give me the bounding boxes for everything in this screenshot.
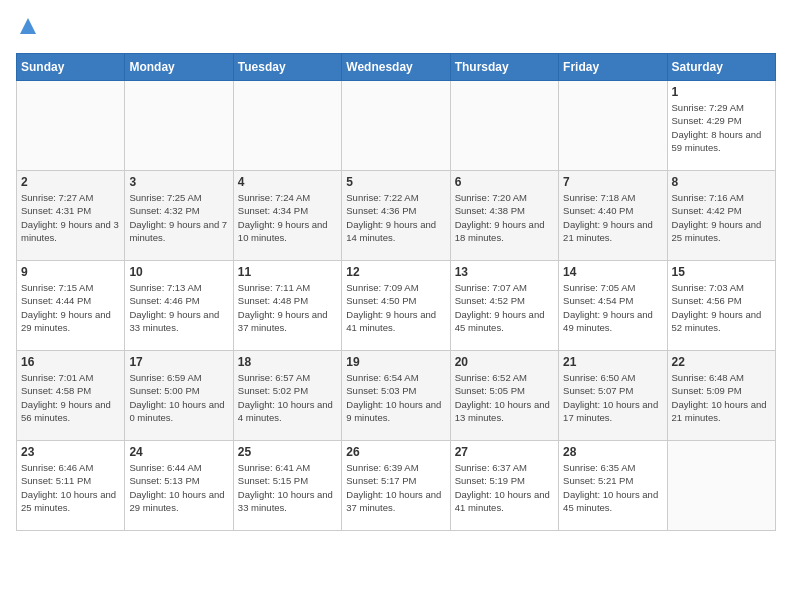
day-info: Sunrise: 7:05 AM Sunset: 4:54 PM Dayligh… <box>563 281 662 334</box>
calendar-cell: 22Sunrise: 6:48 AM Sunset: 5:09 PM Dayli… <box>667 351 775 441</box>
calendar-cell: 14Sunrise: 7:05 AM Sunset: 4:54 PM Dayli… <box>559 261 667 351</box>
header <box>16 16 776 41</box>
calendar-cell: 13Sunrise: 7:07 AM Sunset: 4:52 PM Dayli… <box>450 261 558 351</box>
day-info: Sunrise: 7:20 AM Sunset: 4:38 PM Dayligh… <box>455 191 554 244</box>
calendar-cell: 15Sunrise: 7:03 AM Sunset: 4:56 PM Dayli… <box>667 261 775 351</box>
day-info: Sunrise: 7:22 AM Sunset: 4:36 PM Dayligh… <box>346 191 445 244</box>
day-info: Sunrise: 6:52 AM Sunset: 5:05 PM Dayligh… <box>455 371 554 424</box>
weekday-header-saturday: Saturday <box>667 54 775 81</box>
calendar-cell: 9Sunrise: 7:15 AM Sunset: 4:44 PM Daylig… <box>17 261 125 351</box>
calendar-cell: 25Sunrise: 6:41 AM Sunset: 5:15 PM Dayli… <box>233 441 341 531</box>
day-number: 8 <box>672 175 771 189</box>
day-number: 22 <box>672 355 771 369</box>
week-row-2: 2Sunrise: 7:27 AM Sunset: 4:31 PM Daylig… <box>17 171 776 261</box>
calendar-cell: 11Sunrise: 7:11 AM Sunset: 4:48 PM Dayli… <box>233 261 341 351</box>
calendar-cell: 1Sunrise: 7:29 AM Sunset: 4:29 PM Daylig… <box>667 81 775 171</box>
calendar-cell: 24Sunrise: 6:44 AM Sunset: 5:13 PM Dayli… <box>125 441 233 531</box>
week-row-4: 16Sunrise: 7:01 AM Sunset: 4:58 PM Dayli… <box>17 351 776 441</box>
day-number: 10 <box>129 265 228 279</box>
calendar-cell: 21Sunrise: 6:50 AM Sunset: 5:07 PM Dayli… <box>559 351 667 441</box>
calendar-cell: 27Sunrise: 6:37 AM Sunset: 5:19 PM Dayli… <box>450 441 558 531</box>
day-info: Sunrise: 6:54 AM Sunset: 5:03 PM Dayligh… <box>346 371 445 424</box>
calendar-cell: 23Sunrise: 6:46 AM Sunset: 5:11 PM Dayli… <box>17 441 125 531</box>
weekday-header-friday: Friday <box>559 54 667 81</box>
week-row-1: 1Sunrise: 7:29 AM Sunset: 4:29 PM Daylig… <box>17 81 776 171</box>
calendar-cell: 10Sunrise: 7:13 AM Sunset: 4:46 PM Dayli… <box>125 261 233 351</box>
weekday-header-sunday: Sunday <box>17 54 125 81</box>
day-number: 14 <box>563 265 662 279</box>
calendar-cell <box>342 81 450 171</box>
calendar-cell <box>125 81 233 171</box>
day-info: Sunrise: 6:35 AM Sunset: 5:21 PM Dayligh… <box>563 461 662 514</box>
calendar-cell <box>17 81 125 171</box>
day-info: Sunrise: 6:37 AM Sunset: 5:19 PM Dayligh… <box>455 461 554 514</box>
day-number: 9 <box>21 265 120 279</box>
calendar-cell <box>667 441 775 531</box>
calendar-cell <box>559 81 667 171</box>
day-number: 17 <box>129 355 228 369</box>
day-info: Sunrise: 6:50 AM Sunset: 5:07 PM Dayligh… <box>563 371 662 424</box>
day-number: 27 <box>455 445 554 459</box>
day-number: 11 <box>238 265 337 279</box>
calendar-cell: 5Sunrise: 7:22 AM Sunset: 4:36 PM Daylig… <box>342 171 450 261</box>
day-number: 16 <box>21 355 120 369</box>
day-info: Sunrise: 7:18 AM Sunset: 4:40 PM Dayligh… <box>563 191 662 244</box>
calendar-cell: 2Sunrise: 7:27 AM Sunset: 4:31 PM Daylig… <box>17 171 125 261</box>
calendar-cell: 7Sunrise: 7:18 AM Sunset: 4:40 PM Daylig… <box>559 171 667 261</box>
calendar-cell: 8Sunrise: 7:16 AM Sunset: 4:42 PM Daylig… <box>667 171 775 261</box>
weekday-header-monday: Monday <box>125 54 233 81</box>
day-number: 12 <box>346 265 445 279</box>
calendar-cell: 6Sunrise: 7:20 AM Sunset: 4:38 PM Daylig… <box>450 171 558 261</box>
calendar-cell: 28Sunrise: 6:35 AM Sunset: 5:21 PM Dayli… <box>559 441 667 531</box>
day-number: 25 <box>238 445 337 459</box>
day-info: Sunrise: 7:11 AM Sunset: 4:48 PM Dayligh… <box>238 281 337 334</box>
day-number: 2 <box>21 175 120 189</box>
day-number: 19 <box>346 355 445 369</box>
weekday-header-row: SundayMondayTuesdayWednesdayThursdayFrid… <box>17 54 776 81</box>
calendar-cell: 20Sunrise: 6:52 AM Sunset: 5:05 PM Dayli… <box>450 351 558 441</box>
day-info: Sunrise: 6:44 AM Sunset: 5:13 PM Dayligh… <box>129 461 228 514</box>
svg-marker-0 <box>20 18 36 34</box>
day-number: 4 <box>238 175 337 189</box>
day-number: 26 <box>346 445 445 459</box>
day-info: Sunrise: 7:29 AM Sunset: 4:29 PM Dayligh… <box>672 101 771 154</box>
day-info: Sunrise: 6:48 AM Sunset: 5:09 PM Dayligh… <box>672 371 771 424</box>
day-info: Sunrise: 6:39 AM Sunset: 5:17 PM Dayligh… <box>346 461 445 514</box>
day-info: Sunrise: 6:41 AM Sunset: 5:15 PM Dayligh… <box>238 461 337 514</box>
day-info: Sunrise: 7:13 AM Sunset: 4:46 PM Dayligh… <box>129 281 228 334</box>
week-row-5: 23Sunrise: 6:46 AM Sunset: 5:11 PM Dayli… <box>17 441 776 531</box>
day-number: 7 <box>563 175 662 189</box>
logo-icon <box>18 16 38 36</box>
weekday-header-tuesday: Tuesday <box>233 54 341 81</box>
calendar-cell: 12Sunrise: 7:09 AM Sunset: 4:50 PM Dayli… <box>342 261 450 351</box>
day-info: Sunrise: 7:03 AM Sunset: 4:56 PM Dayligh… <box>672 281 771 334</box>
calendar-cell: 17Sunrise: 6:59 AM Sunset: 5:00 PM Dayli… <box>125 351 233 441</box>
calendar-cell: 16Sunrise: 7:01 AM Sunset: 4:58 PM Dayli… <box>17 351 125 441</box>
day-info: Sunrise: 7:01 AM Sunset: 4:58 PM Dayligh… <box>21 371 120 424</box>
calendar-cell: 4Sunrise: 7:24 AM Sunset: 4:34 PM Daylig… <box>233 171 341 261</box>
week-row-3: 9Sunrise: 7:15 AM Sunset: 4:44 PM Daylig… <box>17 261 776 351</box>
day-number: 15 <box>672 265 771 279</box>
calendar-cell: 26Sunrise: 6:39 AM Sunset: 5:17 PM Dayli… <box>342 441 450 531</box>
calendar-cell <box>233 81 341 171</box>
day-info: Sunrise: 7:07 AM Sunset: 4:52 PM Dayligh… <box>455 281 554 334</box>
day-info: Sunrise: 7:09 AM Sunset: 4:50 PM Dayligh… <box>346 281 445 334</box>
day-info: Sunrise: 7:27 AM Sunset: 4:31 PM Dayligh… <box>21 191 120 244</box>
day-info: Sunrise: 6:59 AM Sunset: 5:00 PM Dayligh… <box>129 371 228 424</box>
day-number: 21 <box>563 355 662 369</box>
day-number: 1 <box>672 85 771 99</box>
day-info: Sunrise: 7:16 AM Sunset: 4:42 PM Dayligh… <box>672 191 771 244</box>
day-number: 3 <box>129 175 228 189</box>
day-number: 24 <box>129 445 228 459</box>
logo <box>16 16 38 41</box>
calendar-cell: 19Sunrise: 6:54 AM Sunset: 5:03 PM Dayli… <box>342 351 450 441</box>
day-number: 23 <box>21 445 120 459</box>
weekday-header-wednesday: Wednesday <box>342 54 450 81</box>
day-info: Sunrise: 6:46 AM Sunset: 5:11 PM Dayligh… <box>21 461 120 514</box>
day-number: 20 <box>455 355 554 369</box>
calendar-cell <box>450 81 558 171</box>
day-info: Sunrise: 7:25 AM Sunset: 4:32 PM Dayligh… <box>129 191 228 244</box>
day-number: 18 <box>238 355 337 369</box>
day-number: 13 <box>455 265 554 279</box>
day-info: Sunrise: 7:15 AM Sunset: 4:44 PM Dayligh… <box>21 281 120 334</box>
